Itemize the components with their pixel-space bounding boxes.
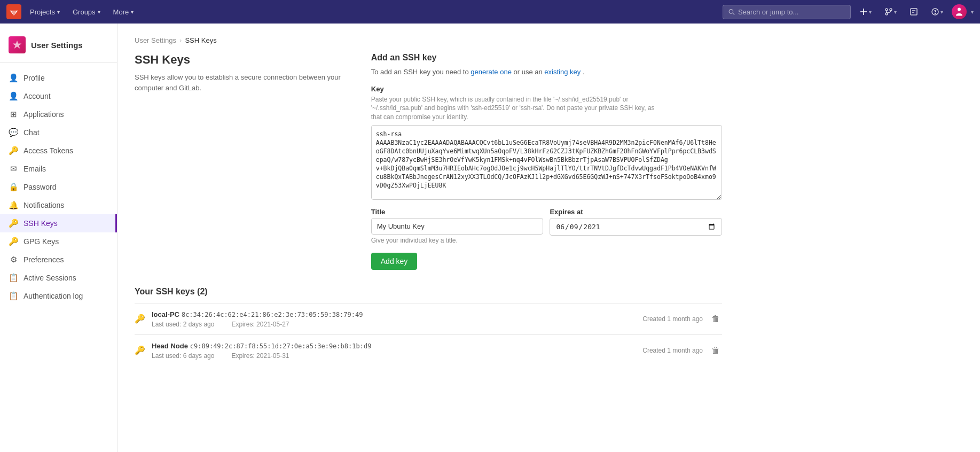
sidebar-item-gpg-keys[interactable]: 🔑GPG Keys (0, 232, 117, 251)
sidebar-item-label: Account (23, 92, 51, 100)
svg-rect-8 (911, 9, 917, 15)
gpg-keys-icon: 🔑 (9, 237, 18, 246)
applications-icon: ⊞ (9, 110, 18, 119)
key-last-used: Last used: 6 days ago (152, 352, 214, 360)
projects-menu[interactable]: Projects ▾ (26, 6, 64, 18)
key-icon: 🔑 (135, 314, 145, 324)
key-name-fingerprint: local-PC 8c:34:26:4c:62:e4:21:86:e2:3e:7… (152, 310, 636, 318)
active-sessions-icon: 📋 (9, 273, 18, 283)
merge-request-icon (884, 7, 893, 16)
avatar-chevron-icon: ▾ (971, 9, 974, 15)
sidebar-item-label: GPG Keys (23, 237, 59, 246)
chat-icon: 💬 (9, 128, 18, 137)
key-expires: Expires: 2021-05-27 (231, 321, 289, 328)
key-name-fingerprint: Head Node c9:89:49:2c:87:f8:55:1d:27:0e:… (152, 341, 636, 350)
breadcrumb-current: SSH Keys (185, 36, 216, 44)
breadcrumb-parent-link[interactable]: User Settings (135, 36, 176, 44)
access-tokens-icon: 🔑 (9, 146, 18, 155)
add-key-desc: To add an SSH key you need to generate o… (371, 67, 722, 77)
key-delete-button[interactable]: 🗑 (709, 312, 722, 326)
gitlab-logo (6, 4, 21, 19)
key-name: Head Node (152, 342, 188, 350)
sidebar-item-profile[interactable]: 👤Profile (0, 69, 117, 87)
ssh-keys-list: 🔑 local-PC 8c:34:26:4c:62:e4:21:86:e2:3e… (135, 303, 722, 366)
key-last-used: Last used: 2 days ago (152, 321, 214, 328)
preferences-icon: ⚙ (9, 255, 18, 264)
key-info: Head Node c9:89:49:2c:87:f8:55:1d:27:0e:… (152, 341, 636, 360)
breadcrumb: User Settings › SSH Keys (135, 36, 963, 44)
mr-button[interactable]: ▾ (880, 5, 901, 18)
sidebar-item-auth-log[interactable]: 📋Authentication log (0, 287, 117, 305)
todo-button[interactable] (905, 5, 922, 18)
ssh-keys-icon: 🔑 (9, 219, 18, 228)
groups-menu[interactable]: Groups ▾ (68, 6, 105, 18)
page-left-col: SSH Keys SSH keys allow you to establish… (135, 53, 354, 270)
password-icon: 🔒 (9, 182, 18, 192)
emails-icon: ✉ (9, 164, 18, 174)
account-icon: 👤 (9, 91, 18, 101)
auth-log-icon: 📋 (9, 291, 18, 301)
chevron-down-icon: ▾ (57, 9, 60, 15)
user-avatar[interactable] (952, 4, 967, 19)
sidebar-item-access-tokens[interactable]: 🔑Access Tokens (0, 142, 117, 160)
chevron-down-icon: ▾ (869, 9, 872, 15)
add-key-heading: Add an SSH key (371, 53, 722, 63)
top-nav: Projects ▾ Groups ▾ More ▾ ▾ ▾ ▾ ▾ (0, 0, 980, 24)
breadcrumb-separator: › (179, 36, 182, 44)
title-expires-row: Title Give your individual key a title. … (371, 208, 722, 244)
chevron-down-icon: ▾ (894, 9, 897, 15)
sidebar-item-label: Active Sessions (23, 274, 76, 282)
key-fingerprint: 8c:34:26:4c:62:e4:21:86:e2:3e:73:05:59:3… (182, 311, 363, 318)
existing-key-link[interactable]: existing key (544, 68, 581, 76)
profile-icon: 👤 (9, 73, 18, 83)
key-created: Created 1 month ago (642, 347, 703, 354)
key-delete-button[interactable]: 🗑 (709, 344, 722, 357)
new-item-button[interactable]: ▾ (855, 5, 876, 18)
svg-point-12 (935, 13, 936, 14)
expires-field: Expires at (550, 208, 722, 244)
sidebar-item-emails[interactable]: ✉Emails (0, 160, 117, 178)
sidebar-item-label: Password (23, 183, 56, 191)
key-field-label: Key (371, 85, 722, 93)
svg-rect-3 (860, 11, 867, 12)
page-title: SSH Keys (135, 53, 354, 67)
ssh-key-item: 🔑 Head Node c9:89:49:2c:87:f8:55:1d:27:0… (135, 334, 722, 366)
title-input[interactable] (371, 218, 544, 235)
add-key-button[interactable]: Add key (371, 253, 418, 270)
chevron-down-icon: ▾ (940, 9, 943, 15)
page-description: SSH keys allow you to establish a secure… (135, 72, 354, 93)
sidebar-item-label: Emails (23, 165, 46, 173)
sidebar-item-notifications[interactable]: 🔔Notifications (0, 196, 117, 214)
sidebar-item-label: Profile (23, 74, 45, 82)
add-key-section: Add an SSH key To add an SSH key you nee… (371, 53, 722, 270)
sidebar-item-label: Applications (23, 110, 64, 119)
help-button[interactable]: ▾ (927, 5, 947, 18)
help-icon (931, 7, 939, 16)
todo-icon (910, 7, 918, 16)
title-label: Title (371, 208, 544, 216)
more-menu[interactable]: More ▾ (109, 6, 138, 18)
title-hint: Give your individual key a title. (371, 237, 544, 244)
sidebar-title: User Settings (31, 41, 83, 50)
sidebar-item-chat[interactable]: 💬Chat (0, 123, 117, 142)
ssh-keys-section: Your SSH keys (2) 🔑 local-PC 8c:34:26:4c… (135, 287, 722, 366)
search-input[interactable] (738, 8, 845, 16)
generate-link[interactable]: generate one (471, 68, 512, 76)
chevron-down-icon: ▾ (131, 9, 134, 15)
sidebar-item-preferences[interactable]: ⚙Preferences (0, 251, 117, 269)
key-info: local-PC 8c:34:26:4c:62:e4:21:86:e2:3e:7… (152, 310, 636, 328)
sidebar-item-label: Preferences (23, 255, 64, 264)
sidebar-item-label: Authentication log (23, 292, 83, 300)
expires-input[interactable] (550, 218, 722, 236)
sidebar-item-label: Access Tokens (23, 146, 73, 155)
sidebar-header: User Settings (0, 32, 117, 63)
svg-point-5 (890, 9, 892, 11)
key-name: local-PC (152, 310, 179, 318)
key-textarea[interactable]: ssh-rsa AAAAB3NzaC1yc2EAAAADAQABAAACQCvt… (371, 125, 722, 200)
sidebar-item-active-sessions[interactable]: 📋Active Sessions (0, 269, 117, 287)
sidebar-item-ssh-keys[interactable]: 🔑SSH Keys (0, 214, 117, 232)
sidebar-item-applications[interactable]: ⊞Applications (0, 105, 117, 123)
sidebar-item-password[interactable]: 🔒Password (0, 178, 117, 196)
sidebar-item-account[interactable]: 👤Account (0, 87, 117, 105)
title-field: Title Give your individual key a title. (371, 208, 544, 244)
